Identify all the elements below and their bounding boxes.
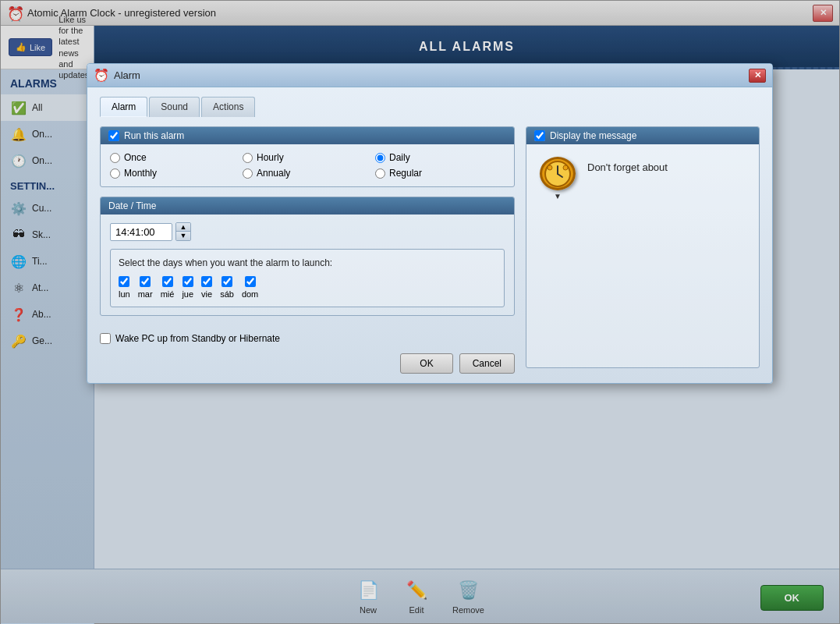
dialog-buttons: OK Cancel bbox=[100, 344, 515, 374]
time-spinner[interactable]: ▲ ▼ bbox=[175, 222, 191, 241]
radio-regular[interactable]: Regular bbox=[375, 168, 505, 179]
datetime-label: Date / Time bbox=[108, 200, 156, 211]
datetime-section: Date / Time ▲ ▼ bbox=[100, 197, 515, 316]
dialog-tabs: Alarm Sound Actions bbox=[100, 97, 760, 117]
day-sab-checkbox[interactable] bbox=[222, 276, 232, 287]
dialog-title: Alarm bbox=[114, 69, 749, 81]
svg-point-3 bbox=[548, 165, 552, 170]
alarm-clock-image: ▼ bbox=[536, 157, 579, 200]
alarm-dialog: ⏰ Alarm ✕ Alarm Sound Actions bbox=[87, 63, 773, 384]
dialog-cancel-button[interactable]: Cancel bbox=[459, 353, 515, 374]
main-window: ⏰ Atomic Alarm Clock - unregistered vers… bbox=[0, 0, 840, 624]
day-vie-checkbox[interactable] bbox=[201, 276, 212, 287]
day-dom-label: dom bbox=[242, 289, 258, 299]
time-input[interactable] bbox=[110, 223, 172, 241]
radio-grid: Once Hourly Daily bbox=[110, 152, 505, 179]
dialog-titlebar: ⏰ Alarm ✕ bbox=[87, 64, 772, 87]
clock-face bbox=[540, 157, 576, 190]
time-input-row: ▲ ▼ bbox=[110, 222, 505, 241]
display-message-label: Display the message bbox=[550, 130, 636, 141]
tab-alarm[interactable]: Alarm bbox=[100, 97, 147, 117]
message-text: Don't forget about bbox=[587, 157, 668, 173]
radio-hourly[interactable]: Hourly bbox=[243, 152, 372, 163]
clock-svg bbox=[544, 160, 572, 188]
day-mie-checkbox[interactable] bbox=[162, 276, 173, 287]
alarm-clock-widget[interactable]: ▼ bbox=[536, 157, 579, 200]
dialog-ok-button[interactable]: OK bbox=[400, 353, 452, 374]
spinner-up-button[interactable]: ▲ bbox=[176, 223, 190, 232]
day-mie[interactable]: mié bbox=[161, 276, 175, 299]
tab-sound[interactable]: Sound bbox=[149, 97, 200, 117]
spinner-down-button[interactable]: ▼ bbox=[176, 232, 190, 240]
run-alarm-body: Once Hourly Daily bbox=[101, 144, 514, 186]
dialog-overlay: ⏰ Alarm ✕ Alarm Sound Actions bbox=[1, 1, 839, 623]
wake-pc-row: Wake PC up from Standby or Hibernate bbox=[100, 325, 515, 344]
run-alarm-section: Run this alarm Once bbox=[100, 126, 515, 187]
left-panel: Run this alarm Once bbox=[100, 126, 515, 374]
day-mar-label: mar bbox=[138, 289, 153, 299]
tab-actions[interactable]: Actions bbox=[201, 97, 255, 117]
dialog-body: Alarm Sound Actions bbox=[87, 87, 772, 383]
run-alarm-checkbox[interactable] bbox=[108, 130, 119, 141]
message-box: Display the message bbox=[526, 126, 760, 368]
datetime-body: ▲ ▼ Select the days when you want the al… bbox=[101, 214, 514, 315]
dialog-content: Run this alarm Once bbox=[100, 126, 760, 374]
message-content: ▼ Don't forget about bbox=[526, 144, 759, 213]
display-message-checkbox[interactable] bbox=[534, 130, 545, 141]
clock-dropdown-arrow[interactable]: ▼ bbox=[554, 192, 562, 200]
radio-once[interactable]: Once bbox=[110, 152, 239, 163]
run-alarm-header: Run this alarm bbox=[101, 127, 514, 144]
day-jue-checkbox[interactable] bbox=[183, 276, 193, 287]
svg-point-4 bbox=[563, 165, 568, 170]
day-mar-checkbox[interactable] bbox=[140, 276, 151, 287]
day-vie[interactable]: vie bbox=[201, 276, 212, 299]
radio-annualy[interactable]: Annualy bbox=[243, 168, 372, 179]
day-mie-label: mié bbox=[161, 289, 175, 299]
day-jue-label: jue bbox=[182, 289, 193, 299]
radio-daily[interactable]: Daily bbox=[375, 152, 505, 163]
day-sab[interactable]: sáb bbox=[220, 276, 234, 299]
days-row: lun mar mié bbox=[119, 276, 496, 299]
day-vie-label: vie bbox=[201, 289, 212, 299]
day-lun-label: lun bbox=[119, 289, 130, 299]
radio-monthly[interactable]: Monthly bbox=[110, 168, 239, 179]
wake-pc-checkbox[interactable] bbox=[100, 333, 111, 344]
dialog-alarm-icon: ⏰ bbox=[94, 68, 109, 83]
run-alarm-label: Run this alarm bbox=[124, 130, 184, 141]
dialog-close-button[interactable]: ✕ bbox=[749, 69, 766, 83]
message-section-header: Display the message bbox=[526, 127, 759, 144]
day-mar[interactable]: mar bbox=[138, 276, 153, 299]
day-sab-label: sáb bbox=[220, 289, 234, 299]
right-panel: Display the message bbox=[526, 126, 760, 374]
days-label: Select the days when you want the alarm … bbox=[119, 257, 496, 268]
wake-pc-label: Wake PC up from Standby or Hibernate bbox=[115, 333, 280, 344]
days-box: Select the days when you want the alarm … bbox=[110, 249, 505, 307]
day-jue[interactable]: jue bbox=[182, 276, 193, 299]
day-lun[interactable]: lun bbox=[119, 276, 130, 299]
day-dom-checkbox[interactable] bbox=[245, 276, 256, 287]
datetime-header: Date / Time bbox=[101, 197, 514, 214]
day-dom[interactable]: dom bbox=[242, 276, 258, 299]
day-lun-checkbox[interactable] bbox=[119, 276, 129, 287]
